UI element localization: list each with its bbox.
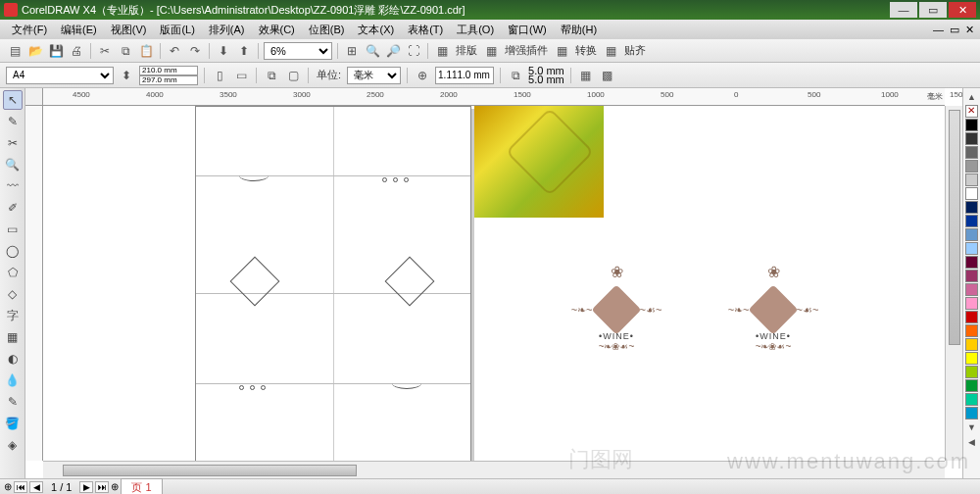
fill-tool-icon[interactable]: 🪣 <box>3 414 23 433</box>
ruler-corner[interactable] <box>25 88 43 106</box>
redo-icon[interactable]: ↷ <box>186 42 204 60</box>
color-swatch[interactable] <box>965 311 978 323</box>
color-swatch[interactable] <box>965 324 978 337</box>
mdi-close-icon[interactable]: ✕ <box>965 24 974 36</box>
cut-icon[interactable]: ✂ <box>96 42 114 60</box>
zoom-combo[interactable]: 6% <box>264 42 332 60</box>
add-page-icon[interactable]: ⊕ <box>4 481 12 492</box>
menu-help[interactable]: 帮助(H) <box>555 21 603 39</box>
panel-layout-label[interactable]: 排版 <box>454 43 479 58</box>
minimize-button[interactable]: — <box>890 2 917 18</box>
viewport[interactable]: ❀ ~❧~ ~☙~ •WINE• ~❧❀☙~ ❀ ~❧~ ~☙~ •WINE• <box>43 106 945 461</box>
panel-layout-icon[interactable]: ▦ <box>433 42 451 60</box>
menu-arrange[interactable]: 排列(A) <box>203 21 251 39</box>
first-page-button[interactable]: ⏮ <box>14 481 27 493</box>
horizontal-scrollbar[interactable] <box>43 461 945 478</box>
menu-effects[interactable]: 效果(C) <box>253 21 301 39</box>
color-swatch[interactable] <box>965 338 978 351</box>
panel-convert-icon[interactable]: ▦ <box>553 42 570 60</box>
zoom-tool-icon[interactable]: 🔍 <box>3 155 23 174</box>
color-swatch[interactable] <box>965 187 978 200</box>
maximize-button[interactable]: ▭ <box>919 2 947 18</box>
color-swatch[interactable] <box>965 119 978 131</box>
color-swatch[interactable] <box>965 352 978 365</box>
color-swatch[interactable] <box>965 297 978 310</box>
add-page-after-icon[interactable]: ⊕ <box>111 481 119 492</box>
copy-icon[interactable]: ⧉ <box>117 42 134 60</box>
last-page-button[interactable]: ⏭ <box>95 481 109 493</box>
mdi-restore-icon[interactable]: ▭ <box>950 24 959 36</box>
color-swatch[interactable] <box>965 173 978 186</box>
close-button[interactable]: ✕ <box>949 2 976 18</box>
zoom-in-icon[interactable]: 🔍 <box>364 42 381 60</box>
color-swatch[interactable] <box>965 132 978 145</box>
menu-window[interactable]: 窗口(W) <box>502 21 553 39</box>
mdi-minimize-icon[interactable]: — <box>933 24 944 36</box>
page-width-input[interactable] <box>139 66 198 75</box>
color-swatch[interactable] <box>965 160 978 173</box>
menu-layout[interactable]: 版面(L) <box>154 21 200 39</box>
all-pages-icon[interactable]: ⧉ <box>263 67 280 84</box>
menu-tools[interactable]: 工具(O) <box>451 21 500 39</box>
text-tool-icon[interactable]: 字 <box>3 306 23 325</box>
palette-down-icon[interactable]: ▼ <box>967 420 976 434</box>
current-page-icon[interactable]: ▢ <box>284 67 302 84</box>
polygon-tool-icon[interactable]: ⬠ <box>3 263 23 282</box>
freehand-tool-icon[interactable]: 〰 <box>3 176 23 196</box>
paper-size-combo[interactable]: A4 <box>6 67 114 84</box>
crop-tool-icon[interactable]: ✂ <box>3 133 23 153</box>
interactive-fill-icon[interactable]: ◈ <box>3 435 23 455</box>
color-swatch[interactable] <box>965 366 978 378</box>
units-combo[interactable]: 毫米 <box>347 67 401 84</box>
open-icon[interactable]: 📂 <box>26 42 44 60</box>
print-icon[interactable]: 🖨 <box>68 42 85 60</box>
prev-page-button[interactable]: ◀ <box>29 481 43 493</box>
smart-tool-icon[interactable]: ✐ <box>3 198 23 218</box>
paste-icon[interactable]: 📋 <box>137 42 155 60</box>
options-icon[interactable]: ▩ <box>599 67 616 84</box>
rectangle-tool-icon[interactable]: ▭ <box>3 220 23 239</box>
zoom-out-icon[interactable]: 🔎 <box>384 42 402 60</box>
vscroll-thumb[interactable] <box>949 110 960 345</box>
vertical-scrollbar[interactable] <box>945 106 962 461</box>
color-swatch[interactable] <box>965 228 978 241</box>
undo-icon[interactable]: ↶ <box>166 42 183 60</box>
snap-icon[interactable]: ⊞ <box>343 42 361 60</box>
hscroll-thumb[interactable] <box>63 465 357 476</box>
export-icon[interactable]: ⬆ <box>235 42 253 60</box>
menu-file[interactable]: 文件(F) <box>6 21 53 39</box>
new-icon[interactable]: ▤ <box>6 42 24 60</box>
color-swatch[interactable] <box>965 407 978 420</box>
palette-up-icon[interactable]: ▲ <box>967 90 976 104</box>
page-tab-1[interactable]: 页 1 <box>121 478 162 495</box>
color-swatch[interactable] <box>965 256 978 269</box>
panel-align-label[interactable]: 贴齐 <box>622 43 648 58</box>
ruler-vertical[interactable] <box>25 106 43 461</box>
treat-as-filled-icon[interactable]: ▦ <box>577 67 595 84</box>
outline-tool-icon[interactable]: ✎ <box>3 392 23 412</box>
blend-tool-icon[interactable]: ◐ <box>3 349 23 369</box>
menu-view[interactable]: 视图(V) <box>105 21 153 39</box>
panel-plugin-label[interactable]: 增强插件 <box>503 43 550 58</box>
menu-table[interactable]: 表格(T) <box>402 21 449 39</box>
color-swatch[interactable] <box>965 242 978 255</box>
color-swatch[interactable] <box>965 105 978 118</box>
color-swatch[interactable] <box>965 201 978 214</box>
pick-tool-icon[interactable]: ↖ <box>3 90 23 110</box>
shape-tool-icon[interactable]: ✎ <box>3 112 23 131</box>
landscape-icon[interactable]: ▭ <box>232 67 250 84</box>
table-tool-icon[interactable]: ▦ <box>3 327 23 347</box>
color-swatch[interactable] <box>965 146 978 159</box>
ruler-horizontal[interactable]: 4500 4000 3500 3000 2500 2000 1500 1000 … <box>43 88 945 106</box>
import-icon[interactable]: ⬇ <box>215 42 232 60</box>
color-swatch[interactable] <box>965 215 978 227</box>
menu-edit[interactable]: 编辑(E) <box>55 21 103 39</box>
palette-flyout-icon[interactable]: ◀ <box>968 435 975 449</box>
next-page-button[interactable]: ▶ <box>79 481 93 493</box>
color-swatch[interactable] <box>965 283 978 296</box>
page-height-input[interactable] <box>139 75 198 85</box>
color-swatch[interactable] <box>965 393 978 406</box>
fullscreen-icon[interactable]: ⛶ <box>405 42 422 60</box>
ellipse-tool-icon[interactable]: ◯ <box>3 241 23 261</box>
portrait-icon[interactable]: ▯ <box>211 67 228 84</box>
